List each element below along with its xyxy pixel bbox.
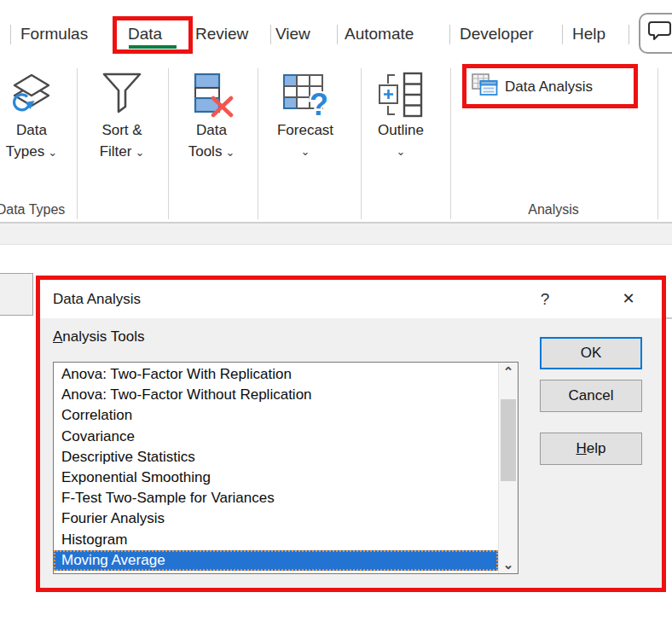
- cancel-button[interactable]: Cancel: [540, 380, 642, 412]
- tab-automate[interactable]: Automate: [345, 15, 414, 53]
- data-analysis-button[interactable]: Data Analysis: [472, 72, 593, 102]
- chevron-down-icon: ⌄: [135, 146, 144, 159]
- chevron-down-icon: ⌄: [225, 146, 235, 159]
- dialog-help-button[interactable]: ?: [530, 285, 560, 313]
- list-item[interactable]: Fourier Analysis: [54, 508, 498, 529]
- tab-help[interactable]: Help: [572, 15, 605, 53]
- active-tab-underline: [129, 45, 177, 49]
- data-types-icon: [9, 70, 54, 119]
- list-item[interactable]: Covariance: [54, 427, 498, 447]
- list-item-selected[interactable]: Moving Average: [54, 550, 498, 571]
- list-item[interactable]: Anova: Two-Factor With Replication: [54, 364, 498, 385]
- group-separator: [361, 68, 362, 219]
- scroll-down-arrow-icon[interactable]: ⌄: [499, 554, 518, 572]
- scroll-up-arrow-icon[interactable]: ⌃: [499, 363, 518, 382]
- tab-formulas[interactable]: Formulas: [20, 15, 88, 53]
- svg-text:?: ?: [310, 87, 328, 118]
- button-label: Data: [16, 119, 47, 141]
- excel-window: Formulas Data Review View Automate Devel…: [0, 0, 672, 633]
- dialog-title: Data Analysis: [53, 280, 141, 318]
- button-label: Sort &: [101, 119, 142, 141]
- chevron-down-icon: ⌄: [301, 141, 310, 162]
- scrollbar-thumb[interactable]: [501, 399, 516, 481]
- forecast-button[interactable]: ? Forecast ⌄: [264, 68, 346, 203]
- sort-filter-funnel-icon: [101, 70, 142, 119]
- group-separator: [258, 68, 258, 219]
- tab-separator: [629, 25, 629, 44]
- list-item[interactable]: Histogram: [54, 530, 498, 550]
- ribbon-lower-strip: [0, 224, 672, 245]
- tab-review[interactable]: Review: [195, 15, 248, 53]
- chevron-down-icon: ⌄: [397, 141, 406, 162]
- comment-bubble-icon: [648, 20, 672, 46]
- data-analysis-icon: [472, 73, 498, 101]
- worksheet-gridline: [666, 317, 672, 319]
- data-tools-icon: [187, 70, 236, 119]
- accelerator-letter: A: [53, 328, 62, 345]
- tab-separator: [449, 25, 450, 44]
- analysis-tools-listbox[interactable]: Anova: Two-Factor With Replication Anova…: [53, 362, 518, 574]
- tab-separator: [562, 25, 563, 44]
- accelerator-letter: H: [576, 440, 587, 457]
- button-label: Filter: [100, 143, 132, 160]
- button-label: Data: [196, 119, 227, 141]
- tab-separator: [337, 25, 338, 44]
- button-label: Tools: [188, 143, 223, 160]
- data-tools-button[interactable]: Data Tools⌄: [171, 68, 252, 203]
- outline-button[interactable]: Outline ⌄: [360, 68, 442, 203]
- group-label-analysis: Analysis: [502, 202, 605, 218]
- dialog-titlebar[interactable]: Data Analysis ? ✕: [40, 280, 662, 318]
- group-separator: [168, 68, 169, 219]
- worksheet-fragment: [0, 273, 33, 316]
- label-text: nalysis Tools: [62, 328, 144, 345]
- data-analysis-dialog: Data Analysis ? ✕ Analysis Tools Anova: …: [36, 276, 666, 592]
- outline-icon: [377, 70, 425, 119]
- data-analysis-label: Data Analysis: [505, 78, 593, 96]
- chevron-down-icon: ⌄: [48, 146, 57, 159]
- forecast-icon: ?: [281, 70, 329, 119]
- ok-button[interactable]: OK: [540, 337, 642, 369]
- button-label: Outline: [378, 119, 424, 141]
- listbox-items: Anova: Two-Factor With Replication Anova…: [54, 364, 498, 571]
- tab-separator: [270, 25, 271, 44]
- sort-filter-button[interactable]: Sort & Filter⌄: [81, 68, 163, 203]
- tab-separator: [10, 25, 11, 44]
- listbox-scrollbar[interactable]: ⌃ ⌄: [498, 363, 518, 573]
- button-label: Types: [6, 143, 44, 160]
- group-separator: [450, 68, 451, 219]
- tab-developer[interactable]: Developer: [460, 15, 534, 53]
- tab-view[interactable]: View: [275, 15, 310, 53]
- list-item[interactable]: Correlation: [54, 405, 498, 426]
- group-separator: [77, 68, 78, 219]
- dialog-close-button[interactable]: ✕: [605, 285, 652, 313]
- list-item[interactable]: Descriptive Statistics: [54, 447, 498, 467]
- button-label: Forecast: [277, 119, 333, 141]
- analysis-tools-label: Analysis Tools: [53, 328, 144, 346]
- list-item[interactable]: Anova: Two-Factor Without Replication: [54, 385, 498, 405]
- comments-button[interactable]: [639, 13, 672, 54]
- list-item[interactable]: F-Test Two-Sample for Variances: [54, 488, 498, 508]
- label-text: elp: [587, 440, 606, 457]
- list-item[interactable]: Exponential Smoothing: [54, 467, 498, 488]
- dialog-body: Analysis Tools Anova: Two-Factor With Re…: [40, 318, 662, 588]
- help-button[interactable]: Help: [540, 433, 642, 465]
- group-label-data-types: Data Types: [0, 202, 78, 218]
- data-types-button[interactable]: Data Types⌄: [0, 68, 72, 203]
- group-separator: [658, 68, 658, 219]
